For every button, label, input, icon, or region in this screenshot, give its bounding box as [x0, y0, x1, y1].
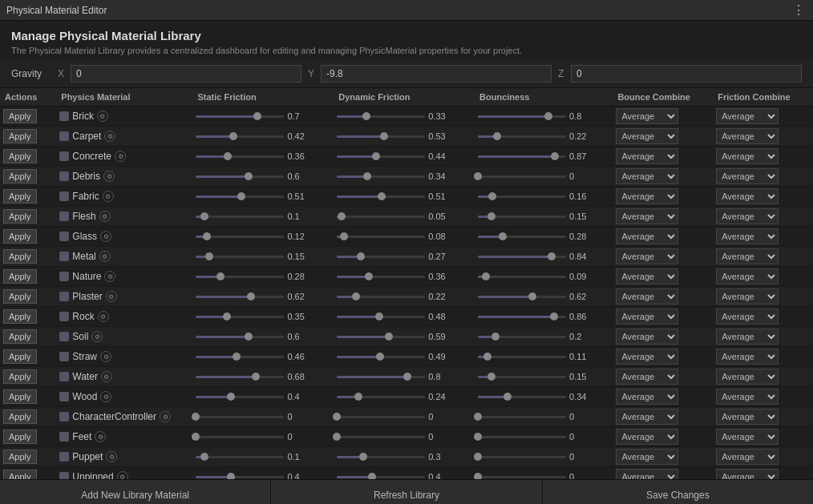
apply-button[interactable]: Apply [3, 349, 37, 364]
settings-icon[interactable]: ⚙ [160, 411, 171, 422]
material-name: Wood [72, 391, 97, 402]
apply-button[interactable]: Apply [3, 169, 37, 183]
apply-button[interactable]: Apply [3, 409, 37, 424]
gravity-y-label: Y [308, 68, 318, 79]
col-physics-material: Physics Material [56, 88, 192, 107]
gravity-z-label: Z [558, 68, 568, 79]
material-name: Fabric [72, 191, 99, 202]
material-name-cell: Fabric ⚙ [56, 187, 192, 207]
friction-combine-cell: AverageMinimumMaximumMultiply [713, 227, 813, 247]
apply-button[interactable]: Apply [3, 209, 37, 224]
gravity-x-input[interactable] [71, 65, 301, 83]
apply-button[interactable]: Apply [3, 329, 37, 344]
table-row: Apply Wood ⚙ 0.4 [0, 387, 813, 407]
settings-icon[interactable]: ⚙ [100, 391, 111, 402]
settings-icon[interactable]: ⚙ [103, 171, 115, 182]
gravity-z-input[interactable] [571, 65, 802, 83]
apply-button[interactable]: Apply [3, 389, 37, 404]
bounce-combine-cell: AverageMinimumMaximumMultiply [613, 127, 713, 147]
bounciness-cell: 0.34 [475, 387, 613, 407]
material-icon [59, 352, 69, 361]
bounciness-cell: 0.11 [475, 347, 613, 367]
apply-button[interactable]: Apply [3, 129, 37, 143]
add-material-button[interactable]: Add New Library Material [0, 480, 271, 504]
settings-icon[interactable]: ⚙ [99, 211, 111, 222]
apply-button[interactable]: Apply [3, 249, 37, 264]
table-row: Apply Carpet ⚙ 0.42 [0, 127, 813, 147]
apply-button[interactable]: Apply [3, 109, 37, 123]
bounciness-cell: 0.87 [475, 147, 613, 167]
col-static-friction: Static Friction [192, 88, 334, 107]
col-bounciness: Bounciness [475, 88, 613, 107]
bounciness-cell: 0 [475, 167, 613, 187]
gravity-y-input[interactable] [321, 65, 552, 83]
apply-cell: Apply [0, 367, 56, 387]
material-name-cell: Feet ⚙ [56, 427, 192, 447]
table-row: Apply Debris ⚙ 0.6 [0, 167, 813, 187]
material-icon [59, 472, 69, 479]
table-row: Apply Rock ⚙ 0.35 [0, 307, 813, 327]
settings-icon[interactable]: ⚙ [100, 351, 111, 362]
settings-icon[interactable]: ⚙ [95, 431, 106, 442]
title-bar-menu[interactable]: ⋮ [792, 2, 807, 18]
settings-icon[interactable]: ⚙ [117, 471, 128, 479]
apply-button[interactable]: Apply [3, 369, 37, 384]
material-icon [59, 312, 69, 321]
table-row: Apply Puppet ⚙ 0.1 [0, 447, 813, 467]
static-friction-cell: 0.1 [192, 447, 334, 467]
bounce-combine-cell: AverageMinimumMaximumMultiply [613, 467, 713, 480]
friction-combine-cell: AverageMinimumMaximumMultiply [713, 167, 813, 187]
footer: Add New Library Material Refresh Library… [0, 479, 813, 504]
settings-icon[interactable]: ⚙ [106, 291, 117, 302]
bounciness-cell: 0 [475, 467, 613, 480]
settings-icon[interactable]: ⚙ [101, 371, 112, 382]
material-name: Unpinned [72, 471, 113, 479]
apply-button[interactable]: Apply [3, 450, 37, 464]
apply-button[interactable]: Apply [3, 189, 37, 204]
apply-cell: Apply [0, 307, 56, 327]
settings-icon[interactable]: ⚙ [104, 131, 115, 142]
dynamic-friction-cell: 0.53 [334, 127, 475, 147]
settings-icon[interactable]: ⚙ [91, 331, 103, 342]
refresh-library-button[interactable]: Refresh Library [271, 480, 542, 504]
apply-button[interactable]: Apply [3, 429, 37, 444]
bounciness-cell: 0.86 [475, 307, 613, 327]
settings-icon[interactable]: ⚙ [104, 271, 115, 282]
settings-icon[interactable]: ⚙ [98, 311, 109, 322]
settings-icon[interactable]: ⚙ [115, 151, 126, 162]
apply-button[interactable]: Apply [3, 269, 37, 284]
bounce-combine-cell: AverageMinimumMaximumMultiply [613, 107, 713, 127]
settings-icon[interactable]: ⚙ [103, 191, 114, 202]
friction-combine-cell: AverageMinimumMaximumMultiply [713, 407, 813, 427]
apply-button[interactable]: Apply [3, 229, 37, 244]
material-name: Water [72, 371, 98, 382]
table-row: Apply Feet ⚙ 0 [0, 427, 813, 447]
table-row: Apply Flesh ⚙ 0.1 [0, 207, 813, 227]
apply-cell: Apply [0, 387, 56, 407]
table-row: Apply Unpinned ⚙ 0.4 [0, 467, 813, 480]
material-icon [59, 292, 69, 301]
static-friction-cell: 0.1 [192, 207, 334, 227]
material-name: Carpet [72, 131, 101, 142]
friction-combine-cell: AverageMinimumMaximumMultiply [713, 287, 813, 307]
apply-button[interactable]: Apply [3, 149, 37, 163]
settings-icon[interactable]: ⚙ [100, 231, 111, 242]
settings-icon[interactable]: ⚙ [97, 111, 108, 122]
friction-combine-cell: AverageMinimumMaximumMultiply [713, 127, 813, 147]
static-friction-cell: 0.6 [192, 167, 334, 187]
table-row: Apply Glass ⚙ 0.12 [0, 227, 813, 247]
dynamic-friction-cell: 0.48 [334, 307, 475, 327]
apply-button[interactable]: Apply [3, 470, 37, 479]
bounciness-cell: 0.84 [475, 247, 613, 267]
material-name-cell: Soil ⚙ [56, 327, 192, 347]
save-changes-button[interactable]: Save Changes [543, 480, 813, 504]
settings-icon[interactable]: ⚙ [106, 451, 117, 462]
table-row: Apply Water ⚙ 0.68 [0, 367, 813, 387]
apply-button[interactable]: Apply [3, 309, 37, 324]
material-name-cell: Puppet ⚙ [56, 447, 192, 467]
settings-icon[interactable]: ⚙ [99, 251, 111, 262]
friction-combine-cell: AverageMinimumMaximumMultiply [713, 107, 813, 127]
bounce-combine-cell: AverageMinimumMaximumMultiply [613, 347, 713, 367]
gravity-label: Gravity [11, 68, 51, 79]
apply-button[interactable]: Apply [3, 289, 37, 304]
